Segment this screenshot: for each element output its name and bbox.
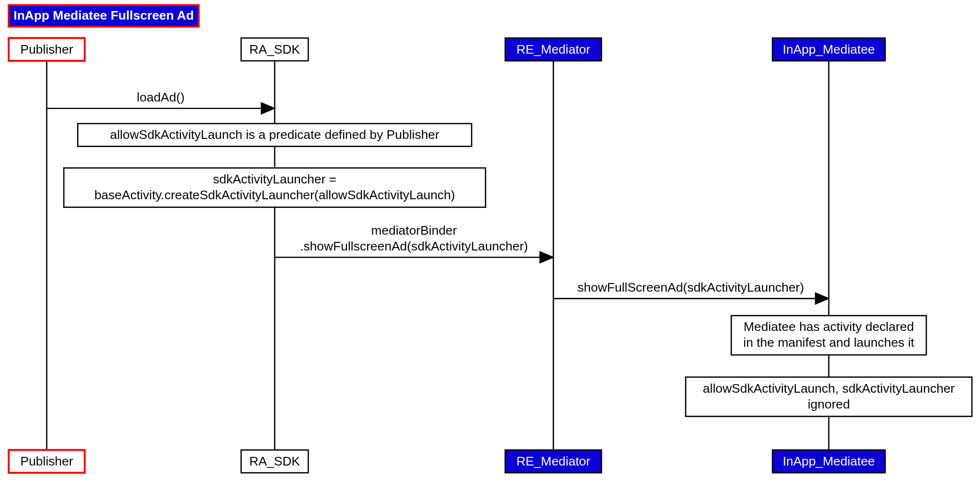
note-ignored: allowSdkActivityLaunch, sdkActivityLaunc… [686, 377, 972, 416]
svg-text:Publisher: Publisher [20, 42, 73, 57]
svg-text:allowSdkActivityLaunch, sdkAct: allowSdkActivityLaunch, sdkActivityLaunc… [703, 381, 955, 396]
svg-text:InApp_Mediatee: InApp_Mediatee [783, 42, 875, 57]
svg-text:allowSdkActivityLaunch is a pr: allowSdkActivityLaunch is a predicate de… [110, 127, 439, 142]
participant-ra-sdk-bottom: RA_SDK [241, 450, 308, 473]
svg-text:RA_SDK: RA_SDK [249, 454, 300, 468]
participant-re-mediator-bottom: RE_Mediator [505, 450, 601, 473]
note-launcher: sdkActivityLauncher = baseActivity.creat… [64, 168, 485, 207]
svg-text:RE_Mediator: RE_Mediator [516, 454, 590, 468]
participant-inapp-mediatee-bottom: InApp_Mediatee [772, 450, 885, 473]
svg-text:.showFullscreenAd(sdkActivityL: .showFullscreenAd(sdkActivityLauncher) [300, 239, 528, 253]
svg-text:sdkActivityLauncher =: sdkActivityLauncher = [213, 172, 336, 186]
svg-text:RA_SDK: RA_SDK [249, 42, 300, 57]
svg-text:InApp_Mediatee: InApp_Mediatee [783, 454, 875, 468]
participant-inapp-mediatee-top: InApp_Mediatee [772, 38, 885, 61]
msg-loadad: loadAd() [47, 90, 275, 108]
svg-text:showFullScreenAd(sdkActivityLa: showFullScreenAd(sdkActivityLauncher) [578, 280, 804, 295]
participant-ra-sdk-top: RA_SDK [241, 38, 308, 61]
svg-text:Publisher: Publisher [20, 454, 73, 468]
participant-re-mediator-top: RE_Mediator [505, 38, 601, 61]
svg-text:in the manifest and launches i: in the manifest and launches it [743, 335, 914, 350]
svg-text:ignored: ignored [808, 397, 850, 411]
sequence-diagram: InApp Mediatee Fullscreen Ad Publisher R… [0, 0, 980, 488]
svg-text:baseActivity.createSdkActivity: baseActivity.createSdkActivityLauncher(a… [94, 188, 455, 202]
msg-showfullscreenad: showFullScreenAd(sdkActivityLauncher) [553, 280, 829, 298]
svg-text:RE_Mediator: RE_Mediator [516, 42, 590, 57]
svg-text:loadAd(): loadAd() [137, 90, 185, 104]
participant-publisher-bottom: Publisher [9, 450, 85, 473]
diagram-title: InApp Mediatee Fullscreen Ad [9, 5, 199, 27]
svg-text:mediatorBinder: mediatorBinder [371, 223, 457, 238]
diagram-title-text: InApp Mediatee Fullscreen Ad [13, 8, 194, 23]
svg-text:Mediatee has activity declared: Mediatee has activity declared [744, 319, 914, 334]
msg-mediatorbinder: mediatorBinder .showFullscreenAd(sdkActi… [275, 223, 553, 257]
note-manifest: Mediatee has activity declared in the ma… [731, 316, 926, 355]
note-predicate: allowSdkActivityLaunch is a predicate de… [78, 124, 471, 147]
participant-publisher-top: Publisher [9, 38, 85, 61]
